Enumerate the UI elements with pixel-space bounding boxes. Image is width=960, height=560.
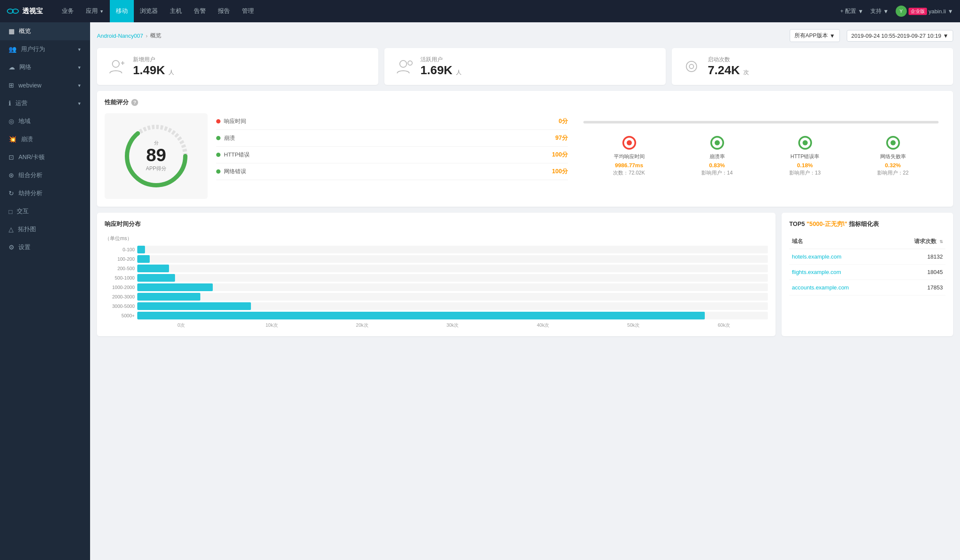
kpi-launches-info: 启动次数 7.24K 次 <box>708 56 749 77</box>
metric-row-3: 网络错误 100分 <box>216 163 568 180</box>
breadcrumb-arrow: › <box>146 33 148 39</box>
config-button[interactable]: + 配置 ▼ <box>840 7 863 15</box>
top5-section: TOP5 "5000-正无穷\" 指标细化表 域名 请求次数 ⇅ hotels.… <box>782 213 953 336</box>
chart-section: 响应时间分布 （单位ms） 0-100 100-200 200-500 500-… <box>97 213 776 336</box>
bar-chart: 0-100 100-200 200-500 500-1000 1000-2000 <box>105 246 768 319</box>
nav-item-manage[interactable]: 管理 <box>236 0 260 22</box>
gauge-center: 分 89 APP得分 <box>122 122 190 190</box>
metric-row-2: HTTP错误 100分 <box>216 147 568 163</box>
globe-icon: ◎ <box>9 117 14 125</box>
nav-item-alert[interactable]: 告警 <box>188 0 212 22</box>
indicator-value-1: 0.83% <box>709 162 725 169</box>
kpi-active-users: 活跃用户 1.69K 人 <box>384 48 666 85</box>
sidebar-label-hijack: 劫持分析 <box>18 190 42 197</box>
help-icon[interactable]: ? <box>131 99 138 106</box>
table-row: accounts.example.com 17853 <box>789 280 945 295</box>
support-button[interactable]: 支持 ▼ <box>870 7 889 15</box>
metric-name-1: 崩溃 <box>224 134 543 142</box>
interact-icon: □ <box>9 208 12 215</box>
nav-item-mobile[interactable]: 移动 <box>110 0 134 22</box>
sidebar-item-anr[interactable]: ⊡ ANR/卡顿 <box>0 148 90 166</box>
sidebar-item-webview[interactable]: ⊞ webview ▼ <box>0 76 90 94</box>
sidebar-item-hijack[interactable]: ↻ 劫持分析 <box>0 184 90 202</box>
sidebar-label-user-behavior: 用户行为 <box>21 45 45 53</box>
domain-0[interactable]: hotels.example.com <box>789 249 891 265</box>
gauge-wrap: 分 89 APP得分 <box>122 122 190 190</box>
chart-unit: （单位ms） <box>105 235 768 242</box>
sidebar-item-combo[interactable]: ⊛ 组合分析 <box>0 166 90 184</box>
kpi-new-users-label: 新增用户 <box>133 56 174 63</box>
users-icon: 👥 <box>9 45 17 53</box>
table-row: flights.example.com 18045 <box>789 265 945 280</box>
info-icon: ℹ <box>9 99 11 107</box>
sidebar-item-network[interactable]: ☁ 网络 ▼ <box>0 58 90 76</box>
enterprise-badge: 企业版 <box>909 8 927 15</box>
metric-row-1: 崩溃 97分 <box>216 130 568 147</box>
date-range-selector[interactable]: 2019-09-24 10:55-2019-09-27 10:19 ▼ <box>847 30 954 42</box>
col-domain: 域名 <box>789 234 891 249</box>
nav-item-browser[interactable]: 浏览器 <box>134 0 164 22</box>
sidebar-label-settings: 设置 <box>18 244 30 251</box>
breadcrumb-current: 概览 <box>150 32 161 39</box>
svg-point-7 <box>686 61 697 72</box>
chevron-icon: ▼ <box>77 47 82 52</box>
chevron-icon-4: ▼ <box>77 101 82 106</box>
sidebar-label-combo: 组合分析 <box>18 172 42 179</box>
breadcrumb: Android-Nancy007 › 概览 <box>97 32 161 39</box>
breadcrumb-bar: Android-Nancy007 › 概览 所有APP版本 ▼ 2019-09-… <box>97 29 953 42</box>
requests-2: 17853 <box>891 280 945 295</box>
breadcrumb-app[interactable]: Android-Nancy007 <box>97 33 143 39</box>
grid-icon: ▦ <box>9 27 15 35</box>
bar-7: 5000+ <box>105 312 768 319</box>
metric-score-1: 97分 <box>546 134 568 142</box>
sidebar-item-overview[interactable]: ▦ 概览 <box>0 22 90 40</box>
metrics-area: 响应时间 0分 崩溃 97分 HTTP错误 100分 网络错误 100分 <box>208 113 577 199</box>
indicator-track: 平均响应时间 9986.77ms 次数：72.02K 崩溃率 0.83% 影响用… <box>577 113 945 199</box>
domain-2[interactable]: accounts.example.com <box>789 280 891 295</box>
sidebar-item-operations[interactable]: ℹ 运营 ▼ <box>0 94 90 112</box>
col-requests: 请求次数 ⇅ <box>891 234 945 249</box>
sidebar-label-anr: ANR/卡顿 <box>18 154 45 161</box>
kpi-new-users-unit: 人 <box>169 69 174 76</box>
indicator-crash-rate: 崩溃率 0.83% 影响用户：14 <box>673 136 761 177</box>
version-selector[interactable]: 所有APP版本 ▼ <box>790 29 840 42</box>
bar-3: 500-1000 <box>105 274 768 282</box>
sidebar: ▦ 概览 👥 用户行为 ▼ ☁ 网络 ▼ ⊞ webview ▼ ℹ 运营 ▼ … <box>0 22 90 560</box>
nav-right: + 配置 ▼ 支持 ▼ Y 企业版 yabin.li ▼ <box>840 6 953 17</box>
sidebar-item-interaction[interactable]: □ 交互 <box>0 202 90 220</box>
kpi-active-users-value: 1.69K <box>420 63 453 77</box>
sidebar-item-crash[interactable]: 💥 崩溃 <box>0 130 90 148</box>
username: yabin.li <box>929 8 946 15</box>
indicator-sub-1: 影响用户：14 <box>701 169 733 177</box>
sidebar-item-user-behavior[interactable]: 👥 用户行为 ▼ <box>0 40 90 58</box>
sort-icon[interactable]: ⇅ <box>939 239 943 244</box>
bar-6: 3000-5000 <box>105 302 768 310</box>
kpi-active-users-info: 活跃用户 1.69K 人 <box>420 56 462 77</box>
track-dot-green-1 <box>710 136 724 150</box>
gauge-area: 分 89 APP得分 <box>105 113 208 199</box>
sidebar-item-region[interactable]: ◎ 地域 <box>0 112 90 130</box>
nav-item-host[interactable]: 主机 <box>164 0 188 22</box>
sidebar-item-topology[interactable]: △ 拓扑图 <box>0 220 90 238</box>
svg-point-2 <box>112 60 119 67</box>
nav-item-report[interactable]: 报告 <box>212 0 236 22</box>
user-area[interactable]: Y 企业版 yabin.li ▼ <box>896 6 953 17</box>
bottom-row: 响应时间分布 （单位ms） 0-100 100-200 200-500 500-… <box>97 213 953 336</box>
bar-1: 100-200 <box>105 255 768 263</box>
track-dot-green-3 <box>886 136 900 150</box>
nav-item-business[interactable]: 业务 <box>56 0 80 22</box>
crash-icon: 💥 <box>9 135 17 143</box>
indicator-sub-0: 次数：72.02K <box>613 169 645 177</box>
sidebar-label-operations: 运营 <box>15 99 27 107</box>
bar-5: 2000-3000 <box>105 293 768 301</box>
kpi-new-users-info: 新增用户 1.49K 人 <box>133 56 174 77</box>
domain-1[interactable]: flights.example.com <box>789 265 891 280</box>
sidebar-item-settings[interactable]: ⚙ 设置 <box>0 238 90 256</box>
dot-red-0 <box>216 119 220 123</box>
nav-item-app[interactable]: 应用▼ <box>80 0 110 22</box>
kpi-new-users-value: 1.49K <box>133 63 165 77</box>
indicator-name-0: 平均响应时间 <box>614 153 645 160</box>
indicator-name-2: HTTP错误率 <box>791 153 819 160</box>
topology-icon: △ <box>9 226 14 233</box>
sidebar-label-topology: 拓扑图 <box>18 226 36 233</box>
